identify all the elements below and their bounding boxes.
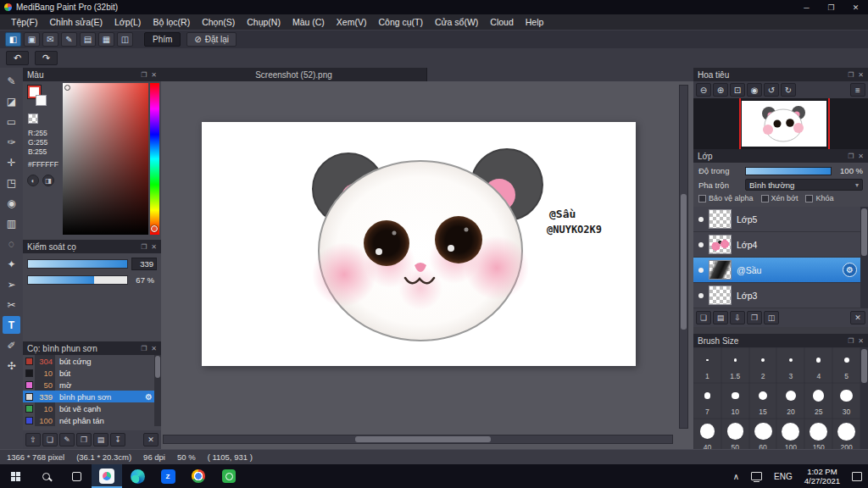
brush-tool[interactable]: ✑ xyxy=(3,133,20,151)
navigator-preview[interactable] xyxy=(693,98,868,149)
brush-list-scrollbar[interactable] xyxy=(154,355,161,426)
brush-item-but-ve-canh[interactable]: 10 bút vẽ cạnh ⚙ xyxy=(23,402,154,414)
brush-item-but-cung[interactable]: 304 bút cứng ⚙ xyxy=(23,355,154,367)
menu-item[interactable]: Cửa sổ(W) xyxy=(429,17,484,27)
background-color-swatch[interactable] xyxy=(36,95,47,106)
taskbar-zalo-button[interactable] xyxy=(153,464,183,488)
network-icon[interactable] xyxy=(745,464,768,488)
menu-item[interactable]: Chụp(N) xyxy=(241,17,287,27)
divide-tool[interactable]: ✂ xyxy=(3,296,20,313)
new-layer-icon[interactable]: ❏ xyxy=(696,311,711,324)
brush-size-option[interactable]: 2 xyxy=(749,347,777,383)
close-panel-icon[interactable]: ✕ xyxy=(858,337,864,345)
pages-icon[interactable]: ▤ xyxy=(80,32,96,47)
brush-size-option[interactable]: 40 xyxy=(693,419,721,449)
gradient-tool[interactable]: ▥ xyxy=(3,214,20,232)
phim-button[interactable]: Phím xyxy=(144,32,181,47)
layer-list-scrollbar[interactable] xyxy=(860,207,868,308)
comment-icon[interactable]: ✉ xyxy=(42,32,58,47)
brush-size-scrollbar[interactable] xyxy=(860,347,868,449)
brush-item-but[interactable]: 10 bút ⚙ xyxy=(23,367,154,379)
pen-tool[interactable]: ✎ xyxy=(3,72,20,90)
brush-size-option[interactable]: 150 xyxy=(804,419,832,449)
brush-size-option[interactable]: 100 xyxy=(776,419,804,449)
brush-panel-icon[interactable]: ✎ xyxy=(61,32,77,47)
language-indicator[interactable]: ENG xyxy=(768,464,798,488)
close-panel-icon[interactable]: ✕ xyxy=(151,243,157,251)
zoom-in-icon[interactable]: ⊕ xyxy=(713,83,728,97)
brush-size-option[interactable]: 15 xyxy=(749,383,777,419)
navigator-menu-icon[interactable]: ≡ xyxy=(850,83,865,97)
blend-mode-dropdown[interactable]: Bình thường ▾ xyxy=(745,179,863,191)
task-view-button[interactable] xyxy=(61,464,92,488)
brush-up-icon[interactable]: ⇧ xyxy=(25,433,41,446)
canvas-vertical-scrollbar[interactable] xyxy=(679,85,688,429)
layer-opacity-slider[interactable] xyxy=(745,167,832,175)
fill-tool[interactable]: ◉ xyxy=(3,194,20,212)
text-tool[interactable]: T xyxy=(3,316,20,334)
brush-item-binh-phun-son[interactable]: 339 bình phun sơn ⚙ xyxy=(23,391,154,402)
close-panel-icon[interactable]: ✕ xyxy=(151,71,157,79)
canvas[interactable]: @Sầu @NUYKO2K9 xyxy=(202,122,636,366)
float-panel-icon[interactable]: ❐ xyxy=(848,152,854,160)
delete-brush-icon[interactable]: ✕ xyxy=(143,433,159,446)
menu-item[interactable]: Công cụ(T) xyxy=(372,17,429,27)
brush-size-option[interactable]: 200 xyxy=(832,419,860,449)
menu-item[interactable]: Xem(V) xyxy=(331,17,373,27)
menu-item[interactable]: Help xyxy=(520,17,550,27)
layer-settings-icon[interactable]: ⚙ xyxy=(843,263,857,277)
layer-visibility-toggle[interactable] xyxy=(698,293,704,298)
duplicate-layer-icon[interactable]: ❐ xyxy=(747,311,762,324)
brush-folder-icon[interactable]: ▤ xyxy=(93,433,108,446)
brush-size-option[interactable]: 4 xyxy=(804,347,832,383)
color-slider-icon[interactable]: ◨ xyxy=(42,175,54,186)
eyedropper-tool[interactable]: ✐ xyxy=(3,336,20,354)
layer-visibility-toggle[interactable] xyxy=(698,217,704,222)
layer-row[interactable]: Lớp4 ⚙ xyxy=(693,232,860,258)
taskbar-green-app-button[interactable] xyxy=(214,464,244,488)
taskbar-edge-button[interactable] xyxy=(122,464,153,488)
edit-brush-icon[interactable]: ✎ xyxy=(59,433,75,446)
notification-center-button[interactable] xyxy=(846,464,868,488)
float-panel-icon[interactable]: ❐ xyxy=(141,243,147,251)
layer-row[interactable]: Lớp3 ⚙ xyxy=(693,283,860,308)
reset-button[interactable]: ⊘ Đặt lại xyxy=(186,32,236,47)
brush-opacity-slider[interactable] xyxy=(27,275,128,285)
canvas-horizontal-scrollbar[interactable] xyxy=(163,435,673,444)
rotate-left-icon[interactable]: ↺ xyxy=(764,83,779,97)
redo-button[interactable]: ↷ xyxy=(35,51,58,65)
sv-cursor[interactable] xyxy=(64,85,70,91)
close-panel-icon[interactable]: ✕ xyxy=(858,71,864,79)
hue-cursor[interactable] xyxy=(151,225,158,232)
clipping-checkbox[interactable]: Xén bớt xyxy=(761,194,798,202)
brush-size-option[interactable]: 60 xyxy=(749,419,777,449)
brush-size-option[interactable]: 1 xyxy=(693,347,721,383)
menu-item[interactable]: Tệp(F) xyxy=(5,17,44,27)
taskbar-chrome-button[interactable] xyxy=(183,464,214,488)
save-icon[interactable]: ▣ xyxy=(24,32,40,47)
menu-item[interactable]: Bộ lọc(R) xyxy=(147,17,196,27)
brush-settings-icon[interactable]: ⚙ xyxy=(145,392,153,402)
layer-row[interactable]: @Sầu ⚙ xyxy=(693,258,860,283)
close-panel-icon[interactable]: ✕ xyxy=(858,152,864,160)
start-button[interactable] xyxy=(0,464,31,488)
new-brush-icon[interactable]: ❏ xyxy=(42,433,58,446)
delete-layer-icon[interactable]: ✕ xyxy=(850,311,865,324)
menu-item[interactable]: Cloud xyxy=(484,17,519,27)
close-button[interactable]: ✕ xyxy=(843,0,868,14)
lock-checkbox[interactable]: Khóa xyxy=(805,194,833,202)
minimize-button[interactable]: ─ xyxy=(794,0,819,14)
layer-effect-icon[interactable]: ◫ xyxy=(764,311,779,324)
zoom-actual-icon[interactable]: ◉ xyxy=(747,83,762,97)
brush-size-option[interactable]: 1.5 xyxy=(721,347,749,383)
undo-button[interactable]: ↶ xyxy=(6,51,29,65)
brush-size-option[interactable]: 7 xyxy=(693,383,721,419)
brush-size-option[interactable]: 30 xyxy=(832,383,860,419)
transform-tool[interactable]: ◳ xyxy=(3,174,20,191)
eraser-tool[interactable]: ◪ xyxy=(3,92,20,110)
brush-size-option[interactable]: 50 xyxy=(721,419,749,449)
transparent-color-swatch[interactable] xyxy=(28,114,38,124)
menu-item[interactable]: Chọn(S) xyxy=(196,17,241,27)
menu-item[interactable]: Chỉnh sửa(E) xyxy=(44,17,108,27)
zoom-out-icon[interactable]: ⊖ xyxy=(696,83,711,97)
